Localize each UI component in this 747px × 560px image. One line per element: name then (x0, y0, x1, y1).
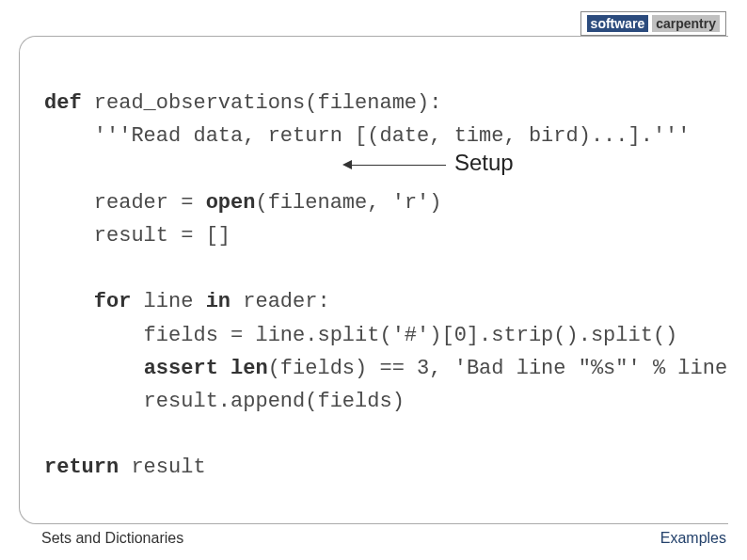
kw-assert: assert (144, 357, 218, 380)
kw-def: def (44, 91, 82, 115)
code-line-1: read_observations(filename): (82, 91, 442, 115)
code-line-4c: (filename, 'r') (255, 191, 441, 215)
code-line-9c (218, 357, 230, 380)
logo-software: software (587, 15, 649, 32)
kw-open: open (206, 191, 256, 215)
code-line-7a (44, 290, 94, 313)
code-line-8: fields = line.split('#')[0].strip().spli… (44, 324, 677, 347)
code-line-9a (44, 357, 144, 380)
kw-for: for (94, 290, 132, 313)
code-line-5: result = [] (44, 224, 230, 248)
code-line-7c: line (131, 290, 205, 313)
annotation-label: Setup (454, 150, 514, 176)
code-line-9e: (fields) == 3, 'Bad line "%s"' % line (268, 357, 727, 380)
footer-right: Examples (660, 530, 726, 547)
kw-return: return (44, 456, 119, 479)
code-line-7e: reader: (230, 290, 330, 313)
kw-len: len (230, 357, 268, 380)
code-line-2: '''Read data, return [(date, time, bird)… (44, 124, 691, 148)
kw-in: in (206, 290, 230, 313)
annotation-arrow-head-icon (342, 160, 352, 169)
annotation-arrow-line (352, 165, 446, 166)
logo-carpentry: carpentry (652, 15, 720, 32)
code-line-12b: result (119, 456, 205, 479)
code-line-4a: reader = (44, 191, 206, 215)
footer-left: Sets and Dictionaries (41, 530, 183, 547)
slide-frame: def read_observations(filename): '''Read… (19, 36, 728, 524)
code-line-10: result.append(fields) (44, 390, 405, 413)
code-block: def read_observations(filename): '''Read… (44, 54, 728, 518)
logo: software carpentry (580, 11, 726, 36)
